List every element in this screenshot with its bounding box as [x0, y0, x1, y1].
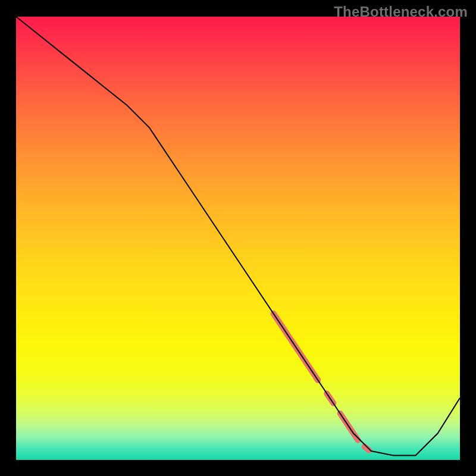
bottleneck-curve: [16, 17, 460, 456]
chart-overlay: [16, 17, 460, 460]
chart-frame: TheBottleneck.com: [0, 0, 476, 476]
watermark-label: TheBottleneck.com: [334, 4, 468, 20]
